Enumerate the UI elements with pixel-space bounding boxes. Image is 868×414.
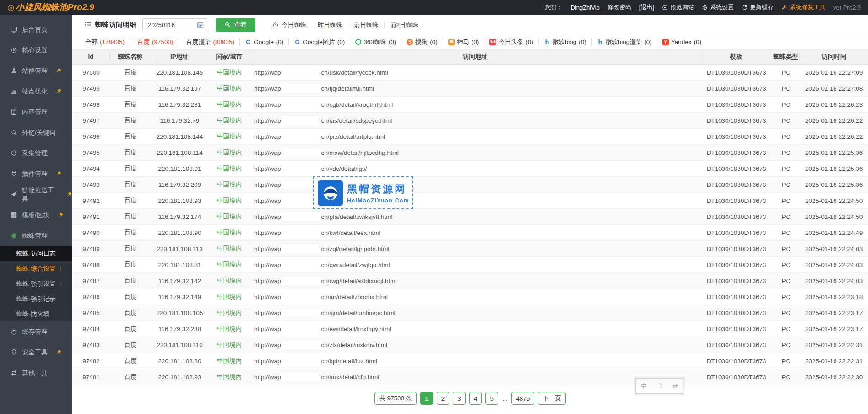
sidebar-item[interactable]: 缓存管理 <box>0 321 72 342</box>
up-arrow-icon: ↑ <box>59 265 62 272</box>
sidebar-item-label: 采集管理 <box>22 149 48 158</box>
filter-tab-百度渲染[interactable]: 百度渲染(80935) <box>179 38 240 45</box>
filter-tab-Yandex[interactable]: YYandex(0) <box>657 38 706 45</box>
sidebar-item[interactable]: 后台首页 <box>0 19 72 40</box>
url-prefix: http://wap <box>254 294 281 300</box>
sidebar-item[interactable]: 采集管理 <box>0 143 72 163</box>
sidebar-subitem[interactable]: 蜘蛛·访问日志 <box>0 246 72 261</box>
watermark-domain: HeiMaoZiYuan.Com <box>347 197 408 204</box>
pagination-page-5[interactable]: 5 <box>485 392 498 405</box>
pagination-page-4[interactable]: 4 <box>469 392 482 405</box>
yandex-icon: Y <box>662 39 669 45</box>
sidebar-item[interactable]: 站群管理 <box>0 60 72 81</box>
calendar-icon[interactable] <box>197 22 204 28</box>
pagination-next-button[interactable]: 下一页 <box>538 392 566 405</box>
main-content: 蜘蛛访问明细 查看 今日蜘蛛昨日蜘蛛前日蜘蛛前2日蜘蛛 全部(178435)百度… <box>72 15 868 414</box>
sidebar-subitem[interactable]: 蜘蛛·强引设置↑ <box>0 276 72 291</box>
cell-id: 97490 <box>72 229 110 236</box>
search-icon <box>11 129 17 136</box>
quick-link-前2日蜘蛛[interactable]: 前2日蜘蛛 <box>384 22 424 28</box>
url-prefix: http://wap <box>254 197 281 204</box>
cell-region: 中国境内 <box>208 148 250 157</box>
sidebar-subitem[interactable]: 蜘蛛·综合设置↑ <box>0 261 72 276</box>
url-path: cn/iqd/detail/ipz.html <box>321 358 377 365</box>
cell-spider-name: 百度 <box>110 100 151 109</box>
sidebar-subitem[interactable]: 蜘蛛·防火墙 <box>0 306 72 321</box>
topbar-right-menu: 您好： DingZhiVip 修改密码 [退出] 预览网站系统设置更新缓存系统修… <box>545 3 861 11</box>
pagination-page-4875[interactable]: 4875 <box>511 392 534 405</box>
url-prefix: http://wap <box>254 85 281 92</box>
filter-count: (0) <box>644 38 652 45</box>
sidebar-item-label: 蜘蛛·综合设置 <box>16 265 56 273</box>
exchange-icon <box>11 370 17 376</box>
sidebar-item[interactable]: 模板/区块 <box>0 205 72 225</box>
cell-visit-time: 2025-01-16 22:24:50 <box>800 197 868 204</box>
page-title-text: 蜘蛛访问明细 <box>95 21 136 29</box>
filter-label: 神马 <box>457 38 469 45</box>
topbar-link-系统设置[interactable]: 系统设置 <box>702 3 734 11</box>
sidebar-item[interactable]: 核心设置 <box>0 40 72 60</box>
cell-ip: 220.181.108.93 <box>151 197 208 204</box>
sidebar-item[interactable]: 安全工具 <box>0 342 72 363</box>
url-path: cn/sjm/detail/umfiovpc.html <box>321 310 396 316</box>
filter-tab-360蜘蛛[interactable]: 360蜘蛛(0) <box>350 38 401 45</box>
sidebar-item[interactable]: 链接推送工具 <box>0 184 72 205</box>
view-button[interactable]: 查看 <box>216 18 255 32</box>
pagination-page-1[interactable]: 1 <box>420 392 433 405</box>
topbar-link-更新缓存[interactable]: 更新缓存 <box>742 3 774 11</box>
monitor-icon <box>11 26 17 33</box>
cell-region: 中国境内 <box>208 357 250 365</box>
cell-visit-time: 2025-01-16 22:26:23 <box>800 101 868 108</box>
table-row: 97500百度220.181.108.145中国境内http://wapcn/u… <box>72 65 868 81</box>
filter-tab-今日头条[interactable]: 头条今日头条(0) <box>484 38 539 45</box>
sidebar-item[interactable]: 内容管理 <box>0 102 72 122</box>
url-prefix: http://wap <box>254 149 281 156</box>
quick-link-前日蜘蛛[interactable]: 前日蜘蛛 <box>348 22 384 28</box>
cell-template: DT1030/1030DT3673 <box>700 213 772 220</box>
table-row: 97498百度116.179.32.231中国境内http://wapcn/cg… <box>72 97 868 113</box>
filter-tab-神马[interactable]: 神神马(0) <box>443 38 485 45</box>
table-row: 97499百度116.179.32.197中国境内http://wapcn/fj… <box>72 81 868 97</box>
quick-link-label: 前2日蜘蛛 <box>390 22 418 28</box>
table-row: 97495百度220.181.108.114中国境内http://wapcn/m… <box>72 145 868 161</box>
pagination-page-3[interactable]: 3 <box>453 392 466 405</box>
ime-icon[interactable]: ☽ <box>656 382 662 390</box>
wrench-icon <box>781 5 787 11</box>
sidebar-item[interactable]: 站点优化 <box>0 81 72 102</box>
cell-spider-type: PC <box>772 149 800 156</box>
sidebar-item[interactable]: 外链/关键词 <box>0 122 72 143</box>
quick-link-今日蜘蛛[interactable]: 今日蜘蛛 <box>267 22 312 28</box>
quick-link-label: 昨日蜘蛛 <box>318 22 342 28</box>
filter-tab-全部[interactable]: 全部(178435) <box>80 38 130 45</box>
topbar-link-系统修复工具[interactable]: 系统修复工具 <box>781 3 825 11</box>
cell-ip: 220.181.108.93 <box>151 374 208 381</box>
cell-template: DT1030/1030DT3673 <box>700 117 772 124</box>
cell-region: 中国境内 <box>208 164 250 173</box>
sidebar-subitem[interactable]: 蜘蛛·强引记录 <box>0 291 72 306</box>
change-password-link[interactable]: 修改密码 <box>608 3 631 11</box>
ime-lang-indicator[interactable]: 中 <box>640 382 647 391</box>
pagination-page-2[interactable]: 2 <box>437 392 450 405</box>
filter-tab-微软bing渲染[interactable]: b微软bing渲染(0) <box>592 38 657 45</box>
quick-link-昨日蜘蛛[interactable]: 昨日蜘蛛 <box>312 22 348 28</box>
table-row: 97489百度220.181.108.113中国境内http://wapcn/z… <box>72 241 868 257</box>
date-input[interactable] <box>147 21 197 29</box>
logout-link[interactable]: [退出] <box>639 3 654 11</box>
topbar-link-预览网站[interactable]: 预览网站 <box>662 3 694 11</box>
filter-tab-Google[interactable]: GGoogle(0) <box>240 38 289 45</box>
cell-id: 97493 <box>72 181 110 188</box>
spider-icon <box>11 232 17 239</box>
sidebar-item[interactable]: 其他工具 <box>0 363 72 383</box>
filter-tab-搜狗[interactable]: S搜狗(0) <box>401 38 443 45</box>
page-title: 蜘蛛访问明细 <box>85 21 136 29</box>
filter-tab-微软bing[interactable]: b微软bing(0) <box>539 38 592 45</box>
filter-tab-Google图片[interactable]: GGoogle图片(0) <box>289 38 350 45</box>
sidebar-item[interactable]: 插件管理 <box>0 163 72 184</box>
sidebar-item[interactable]: 蜘蛛管理 <box>0 225 72 246</box>
send-icon <box>11 191 17 198</box>
ime-icon[interactable]: ⇄ <box>672 382 678 390</box>
ime-toolbar[interactable]: 中☽⇄ <box>635 378 683 394</box>
cell-visit-time: 2025-01-16 22:25:36 <box>800 165 868 172</box>
filter-tab-百度[interactable]: 百度(97500) <box>130 38 179 45</box>
filter-label: 百度 <box>137 38 150 45</box>
